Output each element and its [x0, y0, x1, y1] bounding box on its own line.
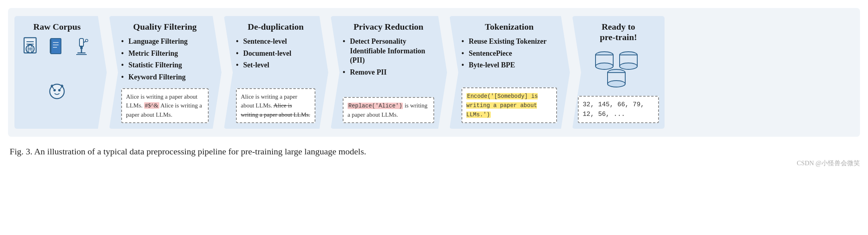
watermark: CSDN @小怪兽会微笑 [8, 159, 860, 168]
svg-point-31 [608, 81, 625, 87]
bullet-bpe: Byte-level BPE [461, 61, 557, 70]
caption: Fig. 3. An illustration of a typical dat… [10, 146, 860, 157]
document-icon [22, 37, 43, 58]
token-example-box: Encode('[Somebody] is writing a paper ab… [461, 87, 557, 123]
dedup-bullet-list: Sentence-level Document-level Set-level [236, 37, 315, 84]
svg-point-21 [53, 89, 56, 91]
stage-raw-corpus: Raw Corpus [14, 16, 107, 129]
stage-title: De-duplication [236, 22, 315, 32]
svg-point-25 [596, 63, 613, 69]
bullet-detect-pii: Detect Personality Identifiable Informat… [343, 37, 434, 65]
stage-quality-filtering: Quality Filtering Language Filtering Met… [109, 16, 222, 129]
quality-bullet-list: Language Filtering Metric Filtering Stat… [121, 37, 209, 84]
svg-rect-9 [50, 39, 51, 53]
noise-text: #$^& [144, 102, 159, 109]
bullet-set: Set-level [236, 61, 315, 70]
svg-rect-14 [80, 46, 83, 49]
replace-code: Replace('Alice') [348, 103, 403, 109]
bullet-metric: Metric Filtering [121, 49, 209, 58]
bullet-language: Language Filtering [121, 37, 209, 46]
bullet-sentence: Sentence-level [236, 37, 315, 46]
book-icon [47, 37, 67, 58]
database-icons [590, 48, 646, 88]
token-bullet-list: Reuse Existing Tokenizer SentencePiece B… [461, 37, 557, 83]
svg-point-28 [620, 63, 637, 69]
stage-title: Privacy Reduction [343, 22, 434, 32]
stage-privacy-reduction: Privacy Reduction Detect Personality Ide… [331, 16, 447, 129]
github-icon [47, 80, 67, 101]
bullet-keyword: Keyword Filtering [121, 73, 209, 82]
bullet-statistic: Statistic Filtering [121, 61, 209, 70]
bullet-remove-pii: Remove PII [343, 68, 434, 77]
stage-ready: Ready topre-train! 32, 145, 66, 79, 12, … [572, 16, 665, 129]
privacy-bullet-list: Detect Personality Identifiable Informat… [343, 37, 434, 93]
dedup-example-box: Alice is writing a paper about LLMs. Ali… [236, 88, 315, 124]
svg-rect-13 [79, 38, 83, 47]
encode-code: Encode('[Somebody] is writing a paper ab… [466, 93, 538, 118]
stage-deduplication: De-duplication Sentence-level Document-l… [224, 16, 328, 129]
diagram-container: Raw Corpus [8, 8, 860, 137]
svg-point-19 [85, 39, 88, 42]
bullet-document: Document-level [236, 49, 315, 58]
microscope-icon [71, 37, 92, 58]
stage-tokenization: Tokenization Reuse Existing Tokenizer Se… [449, 16, 570, 129]
stage-title: Tokenization [461, 22, 557, 32]
stage-title: Quality Filtering [121, 22, 209, 32]
quality-example-box: Alice is writing a paper about LLMs. #$^… [121, 88, 209, 124]
numbers-example-box: 32, 145, 66, 79, 12, 56, ... [578, 96, 659, 123]
svg-point-22 [58, 89, 61, 91]
privacy-example-box: Replace('Alice') is writing a paper abou… [343, 97, 434, 124]
duplicate-text: Alice is writing a paper about LLMs. [241, 102, 310, 118]
stage-title-ready: Ready topre-train! [578, 22, 659, 43]
bullet-reuse: Reuse Existing Tokenizer [461, 37, 557, 46]
stage-title: Raw Corpus [20, 22, 94, 32]
svg-rect-8 [51, 38, 61, 54]
bullet-sentencepiece: SentencePiece [461, 49, 557, 58]
